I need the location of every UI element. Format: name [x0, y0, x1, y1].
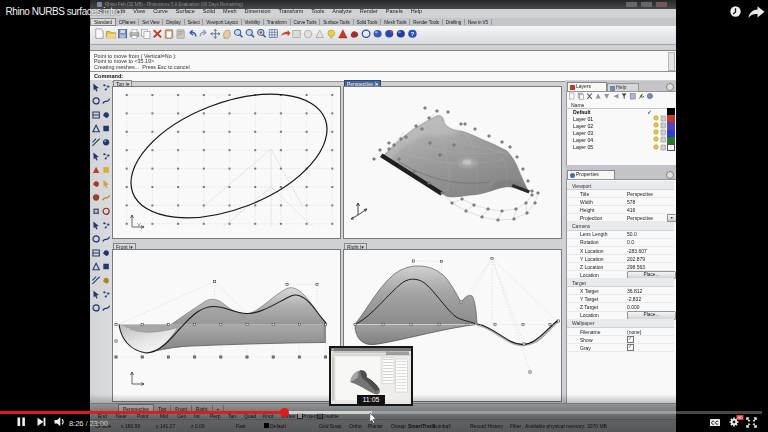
svg-text:?: ? [410, 29, 414, 36]
svg-text:HD: HD [737, 416, 743, 420]
